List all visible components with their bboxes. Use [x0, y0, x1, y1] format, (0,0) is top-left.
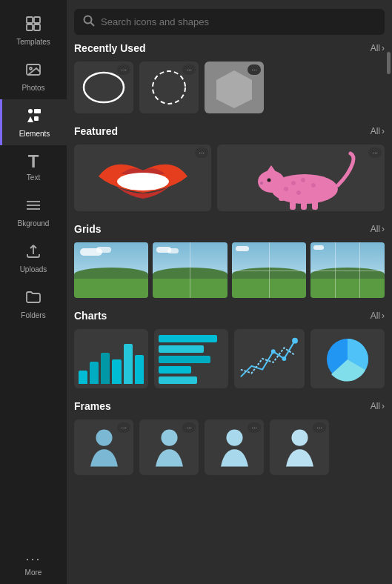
featured-cheetah[interactable]: ···: [217, 145, 385, 211]
chart-line[interactable]: [234, 329, 305, 388]
recently-used-header: Recently Used All ›: [74, 42, 385, 54]
svg-point-15: [84, 73, 124, 102]
featured-section: Featured All › ···: [67, 125, 392, 211]
recently-used-title: Recently Used: [74, 42, 145, 54]
chart-pie[interactable]: [310, 329, 385, 388]
more-dots-frame2[interactable]: ···: [182, 422, 196, 433]
chevron-right-icon-2: ›: [382, 126, 385, 136]
svg-point-33: [292, 338, 298, 344]
svg-point-16: [153, 71, 185, 104]
sidebar-label-folders: Folders: [21, 311, 45, 319]
featured-all[interactable]: All ›: [371, 126, 385, 136]
svg-point-23: [291, 181, 296, 185]
grid-2x2[interactable]: [232, 242, 306, 298]
svg-rect-0: [27, 17, 33, 23]
sidebar-item-folders[interactable]: Folders: [0, 281, 67, 327]
svg-point-24: [301, 178, 305, 182]
text-icon: T: [28, 153, 39, 170]
svg-point-34: [282, 356, 286, 361]
sidebar-item-elements[interactable]: Elements: [0, 99, 67, 145]
sidebar-item-more[interactable]: ··· More: [0, 545, 67, 584]
svg-point-40: [291, 429, 308, 445]
svg-line-14: [91, 23, 95, 27]
more-dots-lips[interactable]: ···: [195, 147, 208, 158]
sidebar-label-background: Bkground: [18, 219, 50, 228]
frame-2[interactable]: ···: [139, 419, 199, 475]
grid-1x1[interactable]: [74, 242, 148, 298]
more-dots-hex[interactable]: ···: [248, 64, 261, 75]
uploads-icon: [24, 242, 42, 262]
chart-bar[interactable]: [74, 329, 148, 388]
svg-point-32: [260, 182, 263, 185]
featured-title: Featured: [74, 125, 118, 137]
grids-all[interactable]: All ›: [371, 224, 385, 234]
grids-title: Grids: [74, 223, 102, 235]
svg-rect-29: [301, 202, 307, 210]
svg-point-37: [96, 429, 112, 445]
featured-header: Featured All ›: [74, 125, 385, 137]
search-bar: [74, 9, 385, 35]
more-dots-frame3[interactable]: ···: [248, 422, 261, 433]
search-input[interactable]: [101, 16, 376, 27]
svg-marker-8: [27, 116, 33, 122]
grid-3x2[interactable]: [310, 242, 385, 298]
svg-point-6: [28, 109, 33, 113]
frame-4[interactable]: ···: [270, 419, 329, 475]
chevron-right-icon: ›: [382, 43, 385, 53]
shape-circle-dashed[interactable]: ···: [139, 62, 199, 113]
svg-point-20: [258, 170, 285, 193]
shape-oval-outline[interactable]: ···: [74, 62, 133, 113]
featured-row: ··· ···: [74, 145, 385, 211]
hbar-chart-visual: [159, 335, 224, 384]
recently-used-row: ··· ··· ···: [74, 62, 385, 113]
more-dots-frame1[interactable]: ···: [117, 422, 130, 433]
charts-title: Charts: [74, 310, 107, 322]
frame-3[interactable]: ···: [205, 419, 264, 475]
sidebar-item-background[interactable]: Bkground: [0, 189, 67, 235]
recently-used-section: Recently Used All › ··· ···: [67, 42, 392, 113]
featured-lips[interactable]: ···: [74, 145, 211, 211]
sidebar: Templates Photos Elements T Text: [0, 0, 67, 584]
photos-icon: [24, 61, 42, 81]
sidebar-item-photos[interactable]: Photos: [0, 53, 67, 99]
search-icon: [83, 15, 95, 29]
svg-point-5: [30, 67, 32, 70]
svg-point-22: [268, 179, 271, 182]
recently-used-all[interactable]: All ›: [371, 43, 385, 53]
svg-rect-9: [34, 116, 39, 121]
sidebar-label-templates: Templates: [16, 38, 50, 46]
svg-point-39: [226, 429, 242, 445]
frames-header: Frames All ›: [74, 400, 385, 412]
sidebar-item-templates[interactable]: Templates: [0, 7, 67, 53]
scrollbar-indicator[interactable]: [387, 52, 391, 74]
svg-rect-31: [279, 190, 285, 201]
sidebar-item-uploads[interactable]: Uploads: [0, 235, 67, 281]
charts-row: [74, 329, 385, 388]
svg-rect-3: [34, 24, 40, 30]
sidebar-label-more: More: [25, 568, 42, 577]
main-content: Recently Used All › ··· ···: [67, 0, 392, 584]
more-dots-circle[interactable]: ···: [182, 64, 196, 75]
more-icon: ···: [25, 552, 41, 565]
bar-chart-visual: [79, 339, 144, 384]
svg-rect-1: [34, 17, 40, 23]
svg-rect-7: [34, 109, 41, 113]
sidebar-label-text: Text: [27, 173, 40, 182]
chart-hbar[interactable]: [154, 329, 228, 388]
charts-all[interactable]: All ›: [371, 311, 385, 321]
chevron-right-icon-5: ›: [382, 401, 385, 411]
line-chart-visual: [237, 332, 302, 385]
shape-hexagon[interactable]: ···: [205, 62, 264, 113]
sidebar-item-text[interactable]: T Text: [0, 145, 67, 189]
folders-icon: [24, 288, 42, 308]
pie-chart-visual: [315, 335, 380, 384]
more-dots-cheetah[interactable]: ···: [368, 147, 382, 158]
grid-2x1[interactable]: [153, 242, 227, 298]
more-dots-oval[interactable]: ···: [117, 64, 130, 75]
svg-point-26: [296, 190, 301, 195]
frame-1[interactable]: ···: [74, 419, 133, 475]
more-dots-frame4[interactable]: ···: [313, 422, 326, 433]
charts-section: Charts All ›: [67, 310, 392, 388]
frames-all[interactable]: All ›: [371, 401, 385, 411]
svg-point-35: [270, 349, 275, 354]
